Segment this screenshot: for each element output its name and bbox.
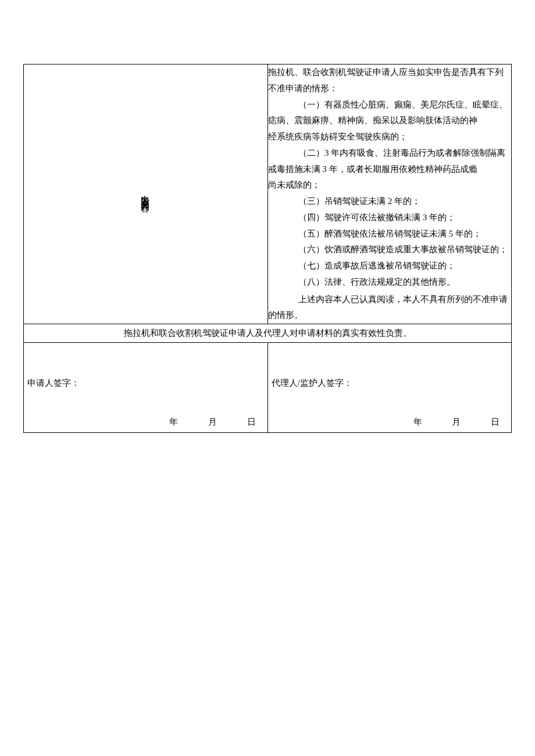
date-year-label: 年 <box>413 417 422 428</box>
declaration-section-label: 申告的义务和内容 <box>24 65 268 324</box>
declaration-form-table: 申告的义务和内容 拖拉机、联合收割机驾驶证申请人应当如实申告是否具有下列不准申请… <box>23 64 512 433</box>
applicant-date-line: 年 月 日 <box>24 417 268 428</box>
declaration-item-1-cont: 经系统疾病等妨碍安全驾驶疾病的； <box>268 129 512 145</box>
declaration-item-3: （三）吊销驾驶证未满 2 年的； <box>268 194 512 210</box>
date-month-label: 月 <box>208 417 217 428</box>
date-year-label: 年 <box>169 417 178 428</box>
declaration-item-1: （一）有器质性心脏病、癫痫、美尼尔氏症、眩晕症、痣病、震颤麻痹、精神病、痴呆以及… <box>268 97 512 130</box>
declaration-confirm: 上述内容本人已认真阅读，本人不具有所列的不准申请的情形。 <box>268 291 512 324</box>
declaration-item-7: （七）造成事故后逃逸被吊销驾驶证的； <box>268 258 512 274</box>
declaration-item-8: （八）法律、行政法规规定的其他情形。 <box>268 274 512 291</box>
date-day-label: 日 <box>491 417 500 428</box>
declaration-intro: 拖拉机、联合收割机驾驶证申请人应当如实申告是否具有下列不准申请的情形： <box>268 65 512 97</box>
date-day-label: 日 <box>247 417 256 428</box>
declaration-item-2: （二）3 年内有吸食、注射毒品行为或者解除强制隔离戒毒措施未满 3 年，或者长期… <box>268 145 512 178</box>
applicant-signature-cell[interactable]: 申请人签字： 年 月 日 <box>24 343 268 433</box>
date-month-label: 月 <box>452 417 461 428</box>
declaration-item-2-cont: 尚未戒除的； <box>268 177 512 194</box>
agent-date-line: 年 月 日 <box>268 417 512 428</box>
agent-signature-cell[interactable]: 代理人/监护人签字： 年 月 日 <box>268 343 512 433</box>
declaration-label-text: 申告的义务和内容 <box>140 188 151 198</box>
declaration-item-4: （四）驾驶许可依法被撤销未满 3 年的； <box>268 210 512 226</box>
declaration-item-6: （六）饮酒或醉酒驾驶造成重大事故被吊销驾驶证的； <box>268 242 512 258</box>
declaration-item-5: （五）醉酒驾驶依法被吊销驾驶证未满 5 年的； <box>268 226 512 242</box>
applicant-signature-label: 申请人签字： <box>27 378 80 389</box>
responsibility-statement: 拖拉机和联合收割机驾驶证申请人及代理人对申请材料的真实有效性负责。 <box>24 324 512 343</box>
agent-signature-label: 代理人/监护人签字： <box>272 378 352 389</box>
declaration-content-cell: 拖拉机、联合收割机驾驶证申请人应当如实申告是否具有下列不准申请的情形： （一）有… <box>268 65 512 324</box>
